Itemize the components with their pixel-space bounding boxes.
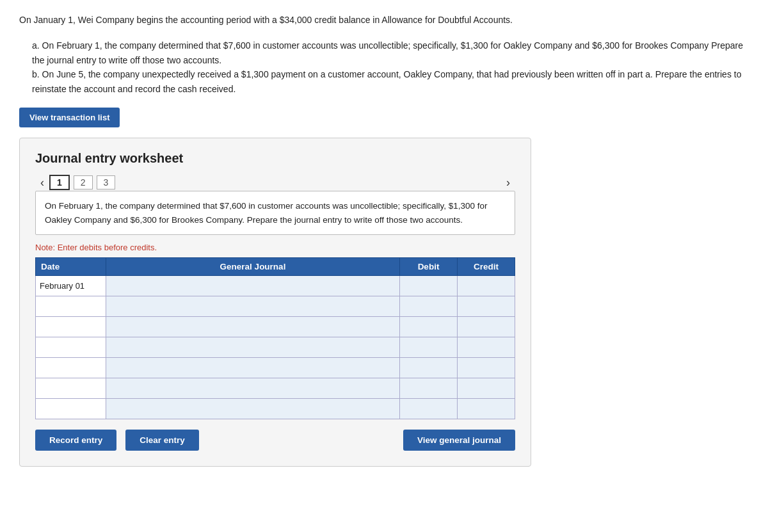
col-header-general-journal: General Journal (106, 258, 400, 276)
note-text: Note: Enter debits before credits. (35, 243, 515, 252)
table-row (36, 337, 515, 358)
intro-main: On January 1, Wei Company begins the acc… (19, 13, 749, 27)
debit-cell-6[interactable] (400, 399, 458, 419)
clear-entry-button[interactable]: Clear entry (125, 430, 199, 451)
journal-entry-worksheet: Journal entry worksheet ‹ 1 2 3 › On Feb… (19, 138, 531, 467)
credit-cell-5[interactable] (458, 378, 515, 399)
journal-cell-4[interactable] (106, 358, 400, 378)
table-row (36, 378, 515, 399)
journal-cell-3[interactable] (106, 337, 400, 358)
action-buttons-row: Record entry Clear entry View general jo… (35, 430, 515, 451)
journal-cell-1[interactable] (106, 296, 400, 317)
date-cell-3[interactable] (36, 337, 106, 358)
journal-cell-2[interactable] (106, 317, 400, 337)
record-entry-button[interactable]: Record entry (35, 430, 116, 451)
view-transaction-button[interactable]: View transaction list (19, 108, 120, 127)
journal-cell-0[interactable] (106, 276, 400, 296)
debit-cell-3[interactable] (400, 337, 458, 358)
date-cell-5[interactable] (36, 378, 106, 399)
prev-page-button[interactable]: ‹ (35, 175, 49, 191)
date-cell-6[interactable] (36, 399, 106, 419)
credit-cell-4[interactable] (458, 358, 515, 378)
col-header-credit: Credit (458, 258, 515, 276)
table-row (36, 317, 515, 337)
credit-cell-6[interactable] (458, 399, 515, 419)
next-page-button[interactable]: › (501, 175, 515, 191)
intro-item-a: a. On February 1, the company determined… (32, 38, 749, 67)
credit-cell-2[interactable] (458, 317, 515, 337)
journal-cell-6[interactable] (106, 399, 400, 419)
table-row (36, 399, 515, 419)
worksheet-description: On February 1, the company determined th… (35, 191, 515, 235)
credit-cell-0[interactable] (458, 276, 515, 296)
date-cell-2[interactable] (36, 317, 106, 337)
page-1[interactable]: 1 (49, 175, 70, 190)
debit-cell-0[interactable] (400, 276, 458, 296)
date-cell-4[interactable] (36, 358, 106, 378)
credit-cell-1[interactable] (458, 296, 515, 317)
debit-cell-2[interactable] (400, 317, 458, 337)
col-header-debit: Debit (400, 258, 458, 276)
pagination: ‹ 1 2 3 › (35, 175, 515, 191)
date-cell-1[interactable] (36, 296, 106, 317)
debit-cell-5[interactable] (400, 378, 458, 399)
date-cell-0[interactable]: February 01 (36, 276, 106, 296)
table-row: February 01 (36, 276, 515, 296)
intro-item-b: b. On June 5, the company unexpectedly r… (32, 67, 749, 96)
debit-cell-1[interactable] (400, 296, 458, 317)
journal-table: Date General Journal Debit Credit Februa… (35, 257, 515, 419)
debit-cell-4[interactable] (400, 358, 458, 378)
page-2[interactable]: 2 (74, 175, 93, 189)
journal-cell-5[interactable] (106, 378, 400, 399)
col-header-date: Date (36, 258, 106, 276)
worksheet-title: Journal entry worksheet (35, 151, 515, 166)
page-3[interactable]: 3 (97, 175, 116, 189)
table-row (36, 358, 515, 378)
credit-cell-3[interactable] (458, 337, 515, 358)
view-general-journal-button[interactable]: View general journal (403, 430, 515, 451)
table-row (36, 296, 515, 317)
